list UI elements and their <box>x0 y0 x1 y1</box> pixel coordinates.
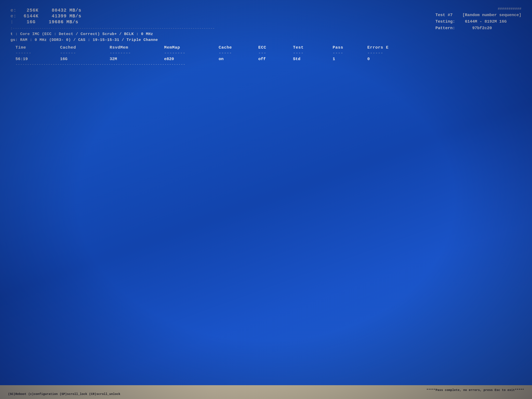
speed-value-2: 41399 <box>44 13 67 19</box>
pattern-value: 97bf2c20 <box>472 26 492 31</box>
cell-cached: 16G <box>60 57 110 61</box>
speed-size-1: 256K <box>20 8 39 13</box>
divider-test: ---- <box>293 51 333 55</box>
table-row: 56:19 16G 32M e820 on off Std 1 0 <box>11 57 511 61</box>
cell-test: Std <box>293 57 333 61</box>
pattern-line: Pattern: 97bf2c20 <box>436 25 521 31</box>
divider-memmap: -------- <box>164 51 219 55</box>
col-header-ecc: ECC <box>258 45 293 50</box>
top-section: e: 256K 80432 MB/s e: 6144K 41399 MB/s :… <box>5 0 521 399</box>
col-header-pass: Pass <box>333 45 367 50</box>
divider-cached: ------ <box>60 51 110 55</box>
table-bottom-divider: ----------------------------------------… <box>11 62 511 66</box>
testing-label: Testing: <box>436 19 455 24</box>
divider-cache: ----- <box>219 51 258 55</box>
cas-line: gs: RAM : 0 MHz (DDR3- 0) / CAS : 19-15-… <box>11 38 511 42</box>
table-header-divider: ------ ------ -------- -------- ----- --… <box>11 51 511 55</box>
test-label: Test #7 <box>436 13 453 17</box>
divider-pass: ---- <box>333 51 367 55</box>
testing-line: Testing: 6144M - 8192M 16G <box>436 18 521 25</box>
test-desc: [Random number sequence] <box>462 13 521 17</box>
testing-value: 6144M - 8192M 16G <box>465 19 507 24</box>
divider-time: ------ <box>15 51 60 55</box>
table-header: Time Cached RsvdMem MemMap Cache ECC Tes… <box>11 45 511 50</box>
col-header-test: Test <box>293 45 333 50</box>
speed-size-2: 6144K <box>20 13 39 19</box>
table-section: Time Cached RsvdMem MemMap Cache ECC Tes… <box>11 45 511 66</box>
cell-errors: 0 <box>367 57 412 61</box>
imc-line: t : Core IMC (ECC : Detect / Correct) Sc… <box>11 32 511 36</box>
cell-cache: on <box>219 57 258 61</box>
speed-value-1: 80432 <box>44 8 67 13</box>
cell-pass: 1 <box>333 57 367 61</box>
cell-rsvdmem: 32M <box>110 57 164 61</box>
col-header-errors: Errors E <box>367 45 412 50</box>
speed-label-1: e: <box>11 8 17 13</box>
top-stars: ########### <box>436 6 521 12</box>
speed-unit-1: MB/s <box>70 8 82 13</box>
speed-unit-2: MB/s <box>70 13 82 19</box>
divider-ecc: --- <box>258 51 293 55</box>
keybind-hints: (SC)Reboot (c)configuration (SP)scroll_l… <box>8 392 524 396</box>
speed-value-3: 19686 <box>41 19 64 25</box>
speed-unit-3: MB/s <box>66 19 78 25</box>
speed-size-3: 16G <box>17 19 36 25</box>
right-info-panel: ########### Test #7 [Random number seque… <box>436 6 521 31</box>
col-header-cached: Cached <box>60 45 110 50</box>
speed-label-2: e: <box>11 13 17 19</box>
divider-rsvdmem: -------- <box>110 51 164 55</box>
bottom-status-bar: *****Pass complete, no errors, press Esc… <box>0 385 532 399</box>
cell-memmap: e820 <box>164 57 219 61</box>
cell-ecc: off <box>258 57 293 61</box>
screen-content: e: 256K 80432 MB/s e: 6144K 41399 MB/s :… <box>0 0 532 399</box>
divider-errors: ------ <box>367 51 412 55</box>
col-header-cache: Cache <box>219 45 258 50</box>
col-header-memmap: MemMap <box>164 45 219 50</box>
cell-time: 56:19 <box>15 57 60 61</box>
col-header-rsvdmem: RsvdMem <box>110 45 164 50</box>
col-header-time: Time <box>15 45 60 50</box>
pass-complete-message: *****Pass complete, no errors, press Esc… <box>8 388 524 392</box>
pattern-label: Pattern: <box>436 26 455 31</box>
test-number: Test #7 [Random number sequence] <box>436 12 521 18</box>
speed-label-3: : <box>11 19 13 25</box>
memtest-screen: e: 256K 80432 MB/s e: 6144K 41399 MB/s :… <box>0 0 532 399</box>
